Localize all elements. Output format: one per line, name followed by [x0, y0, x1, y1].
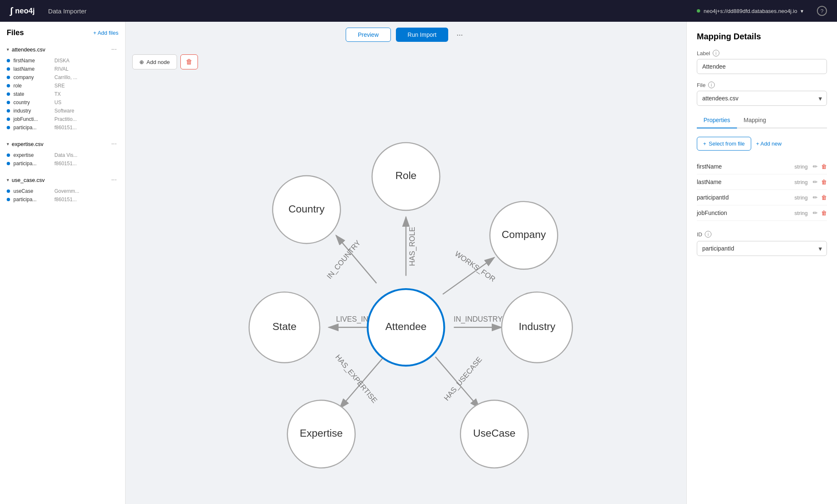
edge-label-has-role: HAS_ROLE	[408, 227, 417, 266]
file-menu-usecase[interactable]: ···	[110, 175, 118, 184]
connection-status-dot	[697, 9, 700, 13]
field-value: RIVAL	[54, 66, 69, 72]
field-value: f860151...	[54, 125, 77, 130]
file-header-attendees[interactable]: ▾ attendees.csv ···	[0, 42, 125, 56]
edge-label-works-for: WORKS_FOR	[453, 249, 497, 284]
prop-delete-button[interactable]: 🗑	[821, 194, 827, 201]
node-industry-label: Industry	[519, 321, 555, 332]
graph-svg: HAS_ROLE IN_COUNTRY WORKS_FOR LIVES_IN I…	[126, 48, 686, 504]
chevron-down-icon: ▾	[7, 141, 9, 147]
delete-button[interactable]: 🗑	[180, 54, 198, 69]
field-value: Carrillo, ...	[54, 74, 77, 80]
field-row: industry Software	[7, 107, 118, 115]
prop-delete-button[interactable]: 🗑	[821, 210, 827, 216]
chevron-down-icon: ▾	[7, 47, 9, 52]
field-row: useCase Governm...	[7, 187, 118, 195]
edge-label-lives-in: LIVES_IN	[336, 315, 368, 324]
id-select[interactable]: participantId	[697, 241, 827, 256]
prop-name: participantId	[697, 194, 794, 201]
sidebar: Files + Add files ▾ attendees.csv ··· fi…	[0, 22, 126, 504]
field-row: participa... f860151...	[7, 159, 118, 168]
field-row: state TX	[7, 90, 118, 98]
property-row: lastName string ✏ 🗑	[697, 174, 827, 190]
field-name: participa...	[13, 125, 51, 130]
label-input[interactable]	[697, 59, 827, 74]
prop-edit-button[interactable]: ✏	[813, 194, 818, 201]
edge-label-has-usecase: HAS_USECASE	[442, 355, 484, 402]
edge-label-in-industry: IN_INDUSTRY	[454, 315, 503, 324]
file-group-expertise: ▾ expertise.csv ··· expertise Data Vis..…	[0, 137, 125, 169]
field-value: Governm...	[54, 188, 79, 194]
prop-delete-button[interactable]: 🗑	[821, 179, 827, 185]
db-connection[interactable]: neo4j+s://dd889dfd.databases.neo4j.io ▾	[697, 8, 804, 14]
id-select-value: participantId	[702, 245, 734, 252]
prop-actions: ✏ 🗑	[813, 210, 827, 216]
file-menu-attendees[interactable]: ···	[110, 45, 118, 54]
prop-edit-button[interactable]: ✏	[813, 163, 818, 170]
run-import-button[interactable]: Run Import	[396, 28, 448, 42]
field-dot	[7, 67, 10, 71]
action-row: + Select from file + Add new	[697, 137, 827, 151]
node-toolbar: ⊕ Add node 🗑	[132, 54, 198, 69]
id-info-icon[interactable]: i	[705, 231, 711, 238]
app-title: Data Importer	[48, 8, 87, 15]
field-name: useCase	[13, 188, 51, 194]
file-field-label: File i	[697, 82, 827, 88]
file-menu-expertise[interactable]: ···	[110, 139, 118, 148]
field-name: industry	[13, 108, 51, 114]
field-row: firstName DISKA	[7, 56, 118, 65]
label-info-icon[interactable]: i	[713, 50, 719, 56]
field-name: lastName	[13, 66, 51, 72]
add-node-button[interactable]: ⊕ Add node	[132, 54, 177, 69]
field-value: TX	[54, 91, 61, 97]
field-row: participa... f860151...	[7, 123, 118, 132]
prop-name: lastName	[697, 179, 794, 185]
field-name: state	[13, 91, 51, 97]
field-row: lastName RIVAL	[7, 65, 118, 73]
file-select-wrapper: attendees.csv	[697, 91, 827, 106]
file-group-attendees: ▾ attendees.csv ··· firstName DISKA last…	[0, 42, 125, 133]
field-row: jobFuncti... Practitio...	[7, 115, 118, 123]
file-fields-attendees: firstName DISKA lastName RIVAL company C…	[0, 56, 125, 133]
node-role-label: Role	[395, 170, 417, 181]
edge-label-has-expertise: HAS_EXPERTISE	[334, 353, 379, 405]
select-from-file-button[interactable]: + Select from file	[697, 137, 751, 151]
property-row: firstName string ✏ 🗑	[697, 159, 827, 174]
preview-button[interactable]: Preview	[346, 28, 391, 42]
field-value: DISKA	[54, 58, 69, 64]
file-select-value: attendees.csv	[702, 95, 738, 102]
field-dot	[7, 109, 10, 113]
file-info-icon[interactable]: i	[708, 82, 715, 88]
panel-title: Mapping Details	[697, 32, 827, 41]
field-name: participa...	[13, 161, 51, 166]
file-select[interactable]: attendees.csv	[697, 91, 827, 106]
prop-actions: ✏ 🗑	[813, 179, 827, 185]
file-header-usecase[interactable]: ▾ use_case.csv ···	[0, 173, 125, 187]
field-value: SRE	[54, 83, 65, 89]
field-dot	[7, 154, 10, 157]
node-country-label: Country	[288, 203, 325, 215]
field-dot	[7, 84, 10, 87]
field-value: Software	[54, 108, 74, 114]
db-connection-label: neo4j+s://dd889dfd.databases.neo4j.io	[703, 8, 797, 14]
tab-mapping[interactable]: Mapping	[737, 113, 773, 128]
node-usecase-label: UseCase	[473, 427, 516, 439]
prop-edit-button[interactable]: ✏	[813, 179, 818, 185]
graph-canvas[interactable]: ⊕ Add node 🗑 HAS_ROLE	[126, 48, 686, 504]
prop-type: string	[794, 210, 808, 216]
id-section: ID i participantId	[697, 231, 827, 256]
prop-name: firstName	[697, 163, 794, 170]
field-dot	[7, 189, 10, 193]
file-header-expertise[interactable]: ▾ expertise.csv ···	[0, 137, 125, 151]
prop-type: string	[794, 164, 808, 170]
more-options-button[interactable]: ···	[453, 29, 466, 41]
field-value: f860151...	[54, 161, 77, 166]
help-icon[interactable]: ?	[817, 6, 827, 16]
prop-delete-button[interactable]: 🗑	[821, 163, 827, 170]
tab-properties[interactable]: Properties	[697, 113, 737, 128]
prop-name: jobFunction	[697, 210, 794, 216]
add-files-button[interactable]: + Add files	[93, 30, 118, 36]
canvas-area: Preview Run Import ··· ⊕ Add node 🗑	[126, 22, 686, 504]
add-new-button[interactable]: + Add new	[756, 137, 782, 151]
prop-edit-button[interactable]: ✏	[813, 210, 818, 216]
